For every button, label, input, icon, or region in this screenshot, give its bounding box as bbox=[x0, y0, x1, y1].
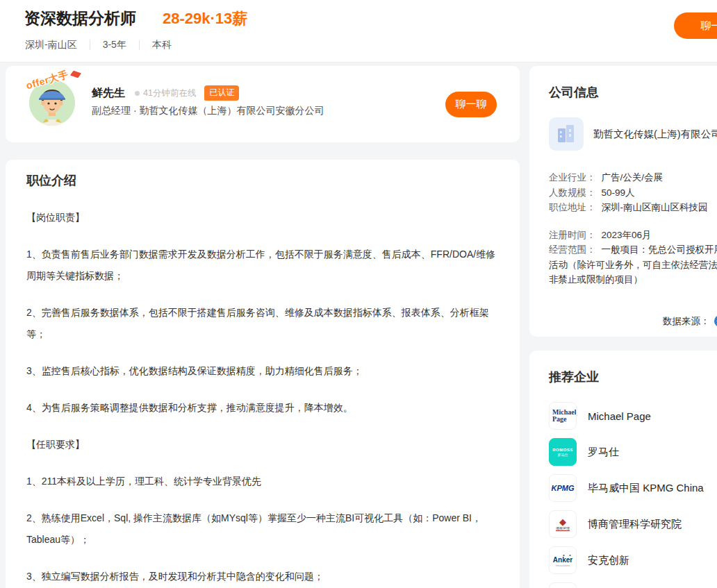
job-detail-page: { "header": { "job_title": "资深数据分析师", "s… bbox=[0, 0, 717, 588]
logo-text: Page bbox=[552, 416, 567, 423]
recruiter-avatar[interactable]: offer大手 bbox=[27, 77, 77, 127]
verified-badge: 已认证 bbox=[204, 85, 239, 101]
recommended-company-anker[interactable]: • • Anker Innovations 安克创新 bbox=[549, 546, 717, 574]
divider bbox=[139, 40, 140, 50]
company-logo bbox=[549, 117, 584, 151]
chat-button[interactable]: 聊一聊 bbox=[445, 92, 497, 117]
logo-text: KPMG bbox=[552, 484, 575, 492]
jd-paragraph: 2、完善售后服务数据体系，包括不限于搭建售后服务咨询、维修及成本数据指标体系、报… bbox=[26, 302, 499, 345]
logo-text: Innovations bbox=[556, 564, 570, 567]
kpmg-logo: KPMG bbox=[549, 474, 577, 502]
job-education: 本科 bbox=[152, 39, 172, 51]
field-label: 人数规模： bbox=[549, 187, 596, 198]
company-info-title: 公司信息 bbox=[549, 84, 717, 101]
boshang-logo: ◆ 博商管理 bbox=[549, 510, 577, 538]
logo-text: 罗马仕 bbox=[558, 453, 568, 457]
jd-paragraph: 3、独立编写数据分析报告，及时发现和分析其中隐含的变化和问题； bbox=[26, 566, 499, 587]
jd-paragraph: 4、为售后服务策略调整提供数据和分析支撑，推动满意度提升，降本增效。 bbox=[26, 397, 499, 419]
recruiter-name: 鲜先生 bbox=[92, 86, 125, 101]
recommended-title: 推荐企业 bbox=[549, 369, 717, 385]
logo-text: 博商管理 bbox=[556, 526, 570, 531]
recommended-company-boshang[interactable]: ◆ 博商管理 博商管理科学研究院 bbox=[549, 510, 717, 538]
company-item-name: 罗马仕 bbox=[588, 446, 619, 459]
partial-company-logo bbox=[549, 582, 577, 588]
jd-paragraph: 【岗位职责】 bbox=[26, 207, 499, 228]
job-address-row: 职位地址：深圳-南山区南山区科技园 bbox=[549, 200, 717, 215]
recruiter-name-row: 鲜先生 41分钟前在线 已认证 bbox=[92, 85, 239, 101]
online-status-text: 41分钟前在线 bbox=[143, 87, 196, 99]
field-label: 经营范围： bbox=[549, 244, 596, 255]
company-size-row: 人数规模：50-99人 bbox=[549, 185, 717, 201]
job-description-card: 职位介绍 【岗位职责】 1、负责售前售后业务部门数据需求开发及数据分析工作，包括… bbox=[6, 160, 520, 588]
job-location: 深圳-南山区 bbox=[25, 39, 77, 51]
job-meta: 深圳-南山区 3-5年 本科 bbox=[25, 39, 172, 51]
field-label: 职位地址： bbox=[549, 202, 596, 212]
building-icon bbox=[556, 124, 577, 144]
data-source-row: 数据来源： 企 bbox=[549, 315, 717, 328]
jd-paragraph: 1、负责售前售后业务部门数据需求开发及数据分析工作，包括不限于服务满意度、售后成… bbox=[26, 244, 499, 287]
company-info-card: 公司信息 勤哲文化传媒(上海)有限公司... 企业行业：广告/公关/会展 人数规… bbox=[529, 66, 717, 337]
company-item-name: 毕马威中国 KPMG China bbox=[588, 482, 704, 495]
field-label: 企业行业： bbox=[549, 172, 596, 183]
job-experience: 3-5年 bbox=[103, 39, 126, 51]
salary-text: 28-29k·13薪 bbox=[163, 8, 247, 29]
company-industry-row: 企业行业：广告/公关/会展 bbox=[549, 170, 717, 185]
recommended-company-michael-page[interactable]: Michael Page Michael Page bbox=[549, 402, 717, 430]
online-status-icon bbox=[135, 91, 140, 96]
jd-paragraph: 【任职要求】 bbox=[26, 434, 499, 455]
company-header[interactable]: 勤哲文化传媒(上海)有限公司... bbox=[549, 117, 717, 151]
data-source-label: 数据来源： bbox=[663, 315, 710, 328]
jd-paragraph: 3、监控售后核心指标，优化数据结构及保证数据精度，助力精细化售后服务； bbox=[26, 360, 499, 382]
job-description-body: 【岗位职责】 1、负责售前售后业务部门数据需求开发及数据分析工作，包括不限于服务… bbox=[26, 207, 499, 588]
recommended-companies-card: 推荐企业 Michael Page Michael Page ROMOSS 罗马… bbox=[529, 351, 717, 588]
page-title: 资深数据分析师 bbox=[24, 8, 136, 29]
header-chat-button[interactable]: 聊一聊 bbox=[674, 12, 717, 39]
business-scope-row: 经营范围：一般项目：凭总公司授权开展经营活动（除许可业务外，可自主依法经营法律法… bbox=[549, 242, 717, 287]
spacer bbox=[549, 215, 717, 228]
company-item-name: Michael Page bbox=[588, 410, 651, 422]
company-item-name: 安克创新 bbox=[588, 554, 629, 567]
logo-mark: ◆ bbox=[559, 517, 566, 526]
company-item-name: 博商管理科学研究院 bbox=[588, 518, 682, 531]
field-value: 广告/公关/会展 bbox=[602, 172, 664, 183]
field-label: 注册时间： bbox=[549, 230, 596, 240]
anker-logo: • • Anker Innovations bbox=[549, 546, 577, 574]
graduation-cap-icon bbox=[70, 71, 81, 78]
logo-text: Anker bbox=[553, 557, 572, 564]
jd-paragraph: 2、熟练使用Excel，Sql, 操作主流数据库（如MYsql等）掌握至少一种主… bbox=[26, 507, 499, 551]
recruiter-title-company: 副总经理 · 勤哲文化传媒（上海）有限公司安徽分公司 bbox=[92, 105, 324, 117]
recommended-company-kpmg[interactable]: KPMG 毕马威中国 KPMG China bbox=[549, 474, 717, 502]
divider bbox=[90, 40, 90, 50]
field-value: 2023年06月 bbox=[602, 230, 652, 240]
recommended-company-partial[interactable] bbox=[549, 582, 717, 588]
logo-text: ROMOSS bbox=[552, 448, 573, 453]
recruiter-card: offer大手 鲜先生 41分钟前在线 已认证 副总经理 · 勤哲文化传媒（上海… bbox=[6, 66, 520, 142]
jd-paragraph: 1、211本科及以上学历，理工科、统计学专业背景优先 bbox=[26, 471, 499, 492]
field-value: 50-99人 bbox=[602, 187, 635, 198]
field-value: 深圳-南山区南山区科技园 bbox=[602, 202, 708, 212]
data-source-icon[interactable]: 企 bbox=[714, 315, 717, 327]
job-description-title: 职位介绍 bbox=[26, 172, 499, 189]
recommended-company-romoss[interactable]: ROMOSS 罗马仕 罗马仕 bbox=[549, 438, 717, 466]
page-header: 资深数据分析师 28-29k·13薪 深圳-南山区 3-5年 本科 聊一聊 bbox=[0, 0, 717, 62]
company-name[interactable]: 勤哲文化传媒(上海)有限公司... bbox=[593, 128, 717, 141]
michael-page-logo: Michael Page bbox=[549, 402, 577, 430]
romoss-logo: ROMOSS 罗马仕 bbox=[549, 438, 577, 466]
register-date-row: 注册时间：2023年06月 bbox=[549, 228, 717, 243]
